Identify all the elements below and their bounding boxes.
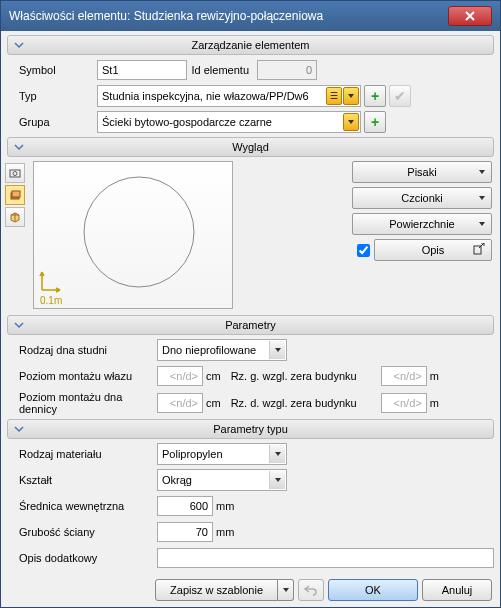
material-value: Polipropylen xyxy=(162,448,223,460)
confirm-type-button[interactable]: ✔ xyxy=(389,85,411,107)
unit-mm: mm xyxy=(216,500,234,512)
chevron-down-icon xyxy=(12,422,26,436)
add-type-button[interactable]: + xyxy=(364,85,386,107)
shape-combo[interactable]: Okrąg xyxy=(157,469,287,491)
group-dropdown-button[interactable] xyxy=(343,113,359,131)
id-label: Id elementu xyxy=(187,64,257,76)
shape-value: Okrąg xyxy=(162,474,192,486)
cancel-button[interactable]: Anuluj xyxy=(422,579,492,601)
layers-tool[interactable] xyxy=(5,185,25,205)
unit-mm: mm xyxy=(216,526,234,538)
group-combo[interactable]: Ścieki bytowo-gospodarcze czarne xyxy=(97,111,361,133)
type-combo[interactable]: Studnia inspekcyjna, nie włazowa/PP/Dw6 … xyxy=(97,85,361,107)
section-parameters[interactable]: Parametry xyxy=(7,315,494,335)
chevron-down-icon xyxy=(269,471,285,489)
rz-g-label: Rz. g. wzgl. zera budynku xyxy=(231,370,381,382)
add-group-button[interactable]: + xyxy=(364,111,386,133)
plus-icon: + xyxy=(371,88,379,104)
section-title: Zarządzanie elementem xyxy=(191,39,309,51)
fonts-button[interactable]: Czcionki xyxy=(352,187,492,209)
svg-rect-3 xyxy=(12,191,20,197)
chevron-down-icon xyxy=(269,445,285,463)
id-input xyxy=(257,60,317,80)
window-title: Właściwości elementu: Studzienka rewizyj… xyxy=(9,9,323,23)
layers-icon xyxy=(9,189,21,201)
section-title: Wygląd xyxy=(232,141,269,153)
hatch-level-input[interactable] xyxy=(157,366,203,386)
bottom-level-input[interactable] xyxy=(157,393,203,413)
rz-g-input[interactable] xyxy=(381,366,427,386)
type-lib-button[interactable]: ☰ xyxy=(326,87,342,105)
type-value: Studnia inspekcyjna, nie włazowa/PP/Dw6 xyxy=(102,90,309,102)
ok-button[interactable]: OK xyxy=(328,579,418,601)
hatch-level-label: Poziom montażu włazu xyxy=(7,370,157,382)
chevron-down-icon xyxy=(479,170,485,174)
chevron-down-icon xyxy=(283,588,289,592)
type-label: Typ xyxy=(7,90,97,102)
close-button[interactable] xyxy=(448,6,492,26)
well-bottom-label: Rodzaj dna studni xyxy=(7,344,157,356)
cube-tool[interactable] xyxy=(5,207,25,227)
chevron-down-icon xyxy=(12,38,26,52)
symbol-input[interactable] xyxy=(97,60,187,80)
well-bottom-value: Dno nieprofilowane xyxy=(162,344,256,356)
symbol-label: Symbol xyxy=(7,64,97,76)
chevron-down-icon xyxy=(479,196,485,200)
undo-button[interactable] xyxy=(298,579,324,601)
shape-label: Kształt xyxy=(7,474,157,486)
chevron-down-icon xyxy=(12,140,26,154)
export-icon xyxy=(473,243,485,257)
group-value: Ścieki bytowo-gospodarcze czarne xyxy=(102,116,272,128)
rz-d-input[interactable] xyxy=(381,393,427,413)
close-icon xyxy=(465,11,475,21)
plus-icon: + xyxy=(371,114,379,130)
material-combo[interactable]: Polipropylen xyxy=(157,443,287,465)
undo-icon xyxy=(304,584,318,596)
unit-m: m xyxy=(430,370,439,382)
type-dropdown-button[interactable] xyxy=(343,87,359,105)
check-icon: ✔ xyxy=(394,88,406,104)
svg-point-4 xyxy=(84,177,194,287)
chevron-down-icon xyxy=(479,222,485,226)
inner-dia-label: Średnica wewnętrzna xyxy=(7,500,157,512)
unit-cm: cm xyxy=(206,397,221,409)
surfaces-button[interactable]: Powierzchnie xyxy=(352,213,492,235)
well-bottom-combo[interactable]: Dno nieprofilowane xyxy=(157,339,287,361)
section-management[interactable]: Zarządzanie elementem xyxy=(7,35,494,55)
rz-d-label: Rz. d. wzgl. zera budynku xyxy=(231,397,381,409)
svg-point-1 xyxy=(13,172,17,176)
camera-tool[interactable] xyxy=(5,163,25,183)
material-label: Rodzaj materiału xyxy=(7,448,157,460)
bottom-level-label: Poziom montażu dna dennicy xyxy=(7,391,157,415)
cube-icon xyxy=(9,211,21,223)
preview-canvas: 0.1m xyxy=(33,161,233,309)
desc-checkbox[interactable] xyxy=(357,244,370,257)
pens-button[interactable]: Pisaki xyxy=(352,161,492,183)
scale-label: 0.1m xyxy=(40,295,62,306)
section-title: Parametry xyxy=(225,319,276,331)
chevron-down-icon xyxy=(12,318,26,332)
section-title: Parametry typu xyxy=(213,423,288,435)
wall-thick-label: Grubość ściany xyxy=(7,526,157,538)
camera-icon xyxy=(9,168,21,178)
inner-dia-input[interactable] xyxy=(157,496,213,516)
wall-thick-input[interactable] xyxy=(157,522,213,542)
chevron-down-icon xyxy=(269,341,285,359)
save-template-dropdown[interactable] xyxy=(278,579,294,601)
unit-m: m xyxy=(430,397,439,409)
save-template-button[interactable]: Zapisz w szablonie xyxy=(155,579,278,601)
group-label: Grupa xyxy=(7,116,97,128)
unit-cm: cm xyxy=(206,370,221,382)
extra-desc-label: Opis dodatkowy xyxy=(7,552,157,564)
extra-desc-input[interactable] xyxy=(157,548,494,568)
titlebar: Właściwości elementu: Studzienka rewizyj… xyxy=(1,1,500,31)
section-appearance[interactable]: Wygląd xyxy=(7,137,494,157)
section-type-params[interactable]: Parametry typu xyxy=(7,419,494,439)
desc-button[interactable]: Opis xyxy=(374,239,492,261)
